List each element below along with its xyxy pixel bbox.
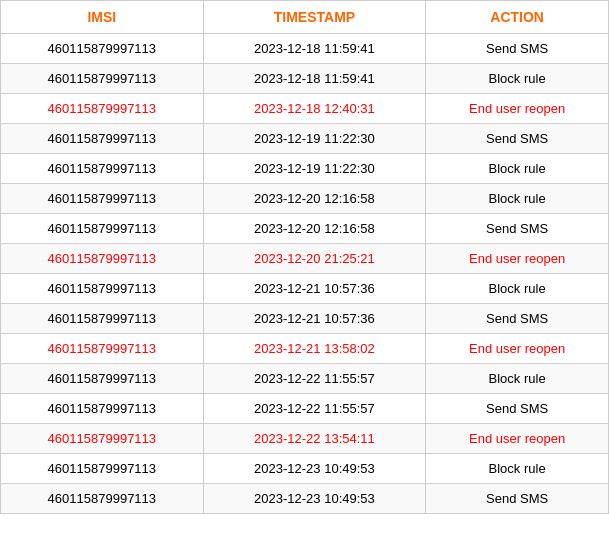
cell-action: Block rule xyxy=(426,454,609,484)
cell-timestamp: 2023-12-20 12:16:58 xyxy=(203,184,426,214)
table-row: 4601158799971132023-12-20 12:16:58Block … xyxy=(1,184,609,214)
cell-imsi: 460115879997113 xyxy=(1,214,204,244)
table-row: 4601158799971132023-12-22 11:55:57Block … xyxy=(1,364,609,394)
cell-imsi: 460115879997113 xyxy=(1,334,204,364)
table-row: 4601158799971132023-12-21 13:58:02End us… xyxy=(1,334,609,364)
cell-action: Send SMS xyxy=(426,124,609,154)
header-action: ACTION xyxy=(426,1,609,34)
cell-timestamp: 2023-12-18 11:59:41 xyxy=(203,64,426,94)
table-row: 4601158799971132023-12-20 12:16:58Send S… xyxy=(1,214,609,244)
cell-action: Block rule xyxy=(426,274,609,304)
data-table: IMSI TIMESTAMP ACTION 460115879997113202… xyxy=(0,0,609,514)
cell-action: Block rule xyxy=(426,364,609,394)
cell-action: Send SMS xyxy=(426,484,609,514)
cell-imsi: 460115879997113 xyxy=(1,154,204,184)
cell-timestamp: 2023-12-18 12:40:31 xyxy=(203,94,426,124)
cell-timestamp: 2023-12-20 12:16:58 xyxy=(203,214,426,244)
cell-action: Send SMS xyxy=(426,394,609,424)
cell-imsi: 460115879997113 xyxy=(1,94,204,124)
cell-imsi: 460115879997113 xyxy=(1,454,204,484)
table-row: 4601158799971132023-12-18 11:59:41Send S… xyxy=(1,34,609,64)
table-row: 4601158799971132023-12-22 13:54:11End us… xyxy=(1,424,609,454)
table-row: 4601158799971132023-12-18 11:59:41Block … xyxy=(1,64,609,94)
cell-imsi: 460115879997113 xyxy=(1,124,204,154)
table-row: 4601158799971132023-12-19 11:22:30Block … xyxy=(1,154,609,184)
cell-imsi: 460115879997113 xyxy=(1,64,204,94)
cell-imsi: 460115879997113 xyxy=(1,34,204,64)
cell-action: End user reopen xyxy=(426,334,609,364)
header-timestamp: TIMESTAMP xyxy=(203,1,426,34)
cell-timestamp: 2023-12-21 10:57:36 xyxy=(203,274,426,304)
cell-imsi: 460115879997113 xyxy=(1,394,204,424)
header-imsi: IMSI xyxy=(1,1,204,34)
cell-timestamp: 2023-12-23 10:49:53 xyxy=(203,454,426,484)
table-row: 4601158799971132023-12-21 10:57:36Block … xyxy=(1,274,609,304)
cell-timestamp: 2023-12-19 11:22:30 xyxy=(203,154,426,184)
cell-timestamp: 2023-12-23 10:49:53 xyxy=(203,484,426,514)
cell-timestamp: 2023-12-19 11:22:30 xyxy=(203,124,426,154)
cell-imsi: 460115879997113 xyxy=(1,244,204,274)
cell-imsi: 460115879997113 xyxy=(1,184,204,214)
cell-imsi: 460115879997113 xyxy=(1,364,204,394)
cell-action: Send SMS xyxy=(426,214,609,244)
table-row: 4601158799971132023-12-20 21:25:21End us… xyxy=(1,244,609,274)
cell-imsi: 460115879997113 xyxy=(1,304,204,334)
cell-action: Block rule xyxy=(426,184,609,214)
cell-timestamp: 2023-12-21 10:57:36 xyxy=(203,304,426,334)
table-row: 4601158799971132023-12-19 11:22:30Send S… xyxy=(1,124,609,154)
cell-action: Block rule xyxy=(426,64,609,94)
cell-action: Block rule xyxy=(426,154,609,184)
cell-timestamp: 2023-12-18 11:59:41 xyxy=(203,34,426,64)
cell-timestamp: 2023-12-20 21:25:21 xyxy=(203,244,426,274)
cell-imsi: 460115879997113 xyxy=(1,424,204,454)
cell-timestamp: 2023-12-22 11:55:57 xyxy=(203,364,426,394)
cell-timestamp: 2023-12-21 13:58:02 xyxy=(203,334,426,364)
cell-action: End user reopen xyxy=(426,424,609,454)
cell-action: End user reopen xyxy=(426,244,609,274)
table-row: 4601158799971132023-12-18 12:40:31End us… xyxy=(1,94,609,124)
table-row: 4601158799971132023-12-23 10:49:53Block … xyxy=(1,454,609,484)
cell-timestamp: 2023-12-22 11:55:57 xyxy=(203,394,426,424)
table-row: 4601158799971132023-12-22 11:55:57Send S… xyxy=(1,394,609,424)
cell-timestamp: 2023-12-22 13:54:11 xyxy=(203,424,426,454)
cell-action: Send SMS xyxy=(426,304,609,334)
cell-imsi: 460115879997113 xyxy=(1,274,204,304)
cell-action: End user reopen xyxy=(426,94,609,124)
cell-imsi: 460115879997113 xyxy=(1,484,204,514)
table-row: 4601158799971132023-12-23 10:49:53Send S… xyxy=(1,484,609,514)
table-row: 4601158799971132023-12-21 10:57:36Send S… xyxy=(1,304,609,334)
cell-action: Send SMS xyxy=(426,34,609,64)
